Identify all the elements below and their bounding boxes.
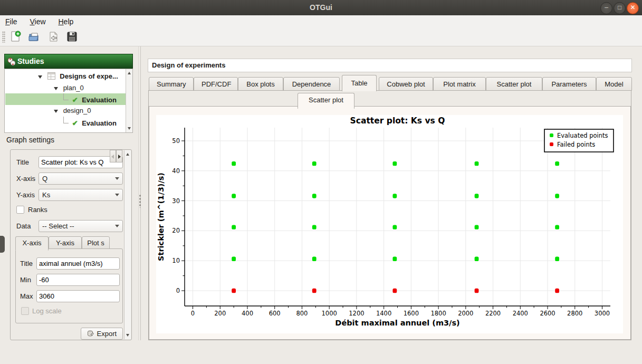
svg-text:2800: 2800: [567, 310, 582, 317]
log-scale-label: Log scale: [32, 305, 62, 317]
tab-scatter-plot[interactable]: Scatter plot: [486, 77, 542, 91]
tree-item-evaluation-design0[interactable]: ✔ Evaluation: [5, 117, 126, 128]
chevron-down-icon: [115, 225, 119, 227]
svg-text:40: 40: [172, 167, 180, 175]
tree-item-evaluation-plan0[interactable]: ✔ Evaluation: [5, 93, 126, 105]
min-input[interactable]: [36, 274, 120, 286]
scroll-up-icon[interactable]: [126, 153, 129, 156]
max-input[interactable]: [36, 290, 120, 302]
toolbar: [0, 28, 642, 46]
tab-pdfcdf[interactable]: PDF/CDF: [194, 77, 238, 91]
graph-settings-title: Graph settings: [6, 136, 54, 144]
axis-title-label: Title: [20, 257, 33, 270]
svg-text:200: 200: [214, 310, 226, 317]
data-selected-value: -- Select --: [42, 222, 74, 230]
tab-boxplots[interactable]: Box plots: [238, 77, 283, 91]
toolbar-grip[interactable]: [2, 31, 5, 43]
tab-cobweb-plot[interactable]: Cobweb plot: [379, 77, 433, 91]
tab-dependence[interactable]: Dependence: [283, 77, 340, 91]
xaxis-select[interactable]: Q: [39, 173, 123, 185]
subtab-scatter-plot[interactable]: Scatter plot: [298, 93, 354, 109]
import-script-icon[interactable]: [46, 30, 60, 44]
tab-parameters[interactable]: Parameters: [542, 77, 596, 91]
log-scale-checkbox: [21, 307, 29, 315]
svg-text:1200: 1200: [349, 310, 364, 317]
tree-scrollbar[interactable]: [126, 69, 132, 132]
scroll-down-icon[interactable]: [128, 127, 131, 130]
tree-connector: [63, 93, 69, 100]
splitter-grip[interactable]: [139, 194, 141, 208]
data-select[interactable]: -- Select --: [39, 220, 123, 232]
menu-help[interactable]: Help: [53, 15, 79, 28]
yaxis-label: Y-axis: [16, 189, 35, 201]
study-tree: Designs of expe... plan_0 ✔ Evaluation d…: [4, 69, 133, 133]
svg-text:2000: 2000: [458, 310, 473, 317]
scroll-up-icon[interactable]: [128, 72, 131, 74]
tree-item-label: plan_0: [63, 84, 84, 92]
green-check-icon: ✔: [72, 119, 78, 127]
close-icon[interactable]: ✕: [627, 2, 639, 14]
svg-text:30: 30: [172, 197, 180, 205]
yaxis-selected-value: Ks: [42, 191, 50, 199]
ranks-checkbox[interactable]: [16, 206, 24, 214]
expander-icon[interactable]: [38, 75, 42, 79]
splitter[interactable]: [138, 46, 141, 340]
svg-text:1000: 1000: [322, 310, 337, 317]
new-document-icon[interactable]: [8, 30, 22, 44]
doe-table-icon: [47, 72, 55, 80]
svg-text:2400: 2400: [513, 310, 528, 317]
svg-text:20: 20: [172, 227, 180, 234]
panel-handle[interactable]: [0, 236, 5, 253]
axis-title-input[interactable]: [36, 257, 120, 270]
svg-text:0: 0: [191, 310, 195, 317]
tree-item-design0[interactable]: design_0: [5, 105, 126, 117]
tree-item-designs[interactable]: Designs of expe...: [5, 71, 126, 82]
expander-icon[interactable]: [54, 110, 58, 113]
yaxis-select[interactable]: Ks: [39, 189, 123, 201]
svg-text:1400: 1400: [376, 310, 391, 317]
graph-settings-panel: Title X-axis Q Y-axis Ks Ranks Data -- S…: [10, 149, 132, 340]
axis-settings-pane: Title Min Max Log scale: [15, 248, 123, 323]
tab-yaxis[interactable]: Y-axis: [49, 236, 82, 249]
scroll-down-icon[interactable]: [126, 334, 129, 337]
settings-scrollbar[interactable]: [124, 150, 131, 339]
page-title: Design of experiments: [148, 59, 632, 72]
svg-text:Scatter plot: Ks vs Q: Scatter plot: Ks vs Q: [350, 116, 445, 126]
xaxis-selected-value: Q: [42, 175, 47, 183]
svg-text:2600: 2600: [540, 310, 555, 317]
svg-text:Débit maximal annuel (m3/s): Débit maximal annuel (m3/s): [335, 319, 459, 327]
svg-text:1800: 1800: [430, 310, 446, 317]
studies-icon: [7, 58, 16, 66]
min-label: Min: [20, 274, 31, 286]
tab-scroll-right-icon[interactable]: [116, 150, 122, 162]
export-button[interactable]: Export: [81, 328, 123, 340]
expander-icon[interactable]: [54, 87, 58, 90]
save-icon[interactable]: [65, 30, 79, 44]
svg-text:10: 10: [172, 257, 180, 264]
svg-text:50: 50: [172, 137, 180, 145]
tab-scroll-left-icon[interactable]: [110, 150, 116, 162]
svg-text:0: 0: [176, 287, 180, 294]
open-folder-icon[interactable]: [27, 30, 41, 44]
menu-view[interactable]: View: [24, 15, 51, 28]
svg-text:Failed points: Failed points: [557, 141, 595, 148]
minimize-icon[interactable]: –: [600, 2, 612, 14]
maximize-icon[interactable]: □: [614, 2, 626, 14]
svg-text:3000: 3000: [595, 310, 610, 317]
tab-model[interactable]: Model: [596, 77, 632, 91]
export-button-label: Export: [97, 330, 117, 338]
tab-plot-style[interactable]: Plot s: [82, 236, 110, 249]
tab-xaxis[interactable]: X-axis: [15, 236, 49, 251]
tree-item-plan0[interactable]: plan_0: [5, 82, 126, 94]
titlebar[interactable]: OTGui – □ ✕: [0, 0, 642, 16]
menu-file[interactable]: File: [0, 15, 23, 28]
tab-plot-matrix[interactable]: Plot matrix: [433, 77, 486, 91]
svg-text:400: 400: [242, 310, 253, 317]
tree-connector: [63, 117, 69, 123]
svg-text:800: 800: [296, 310, 308, 317]
svg-text:600: 600: [269, 310, 281, 317]
menubar: File View Help: [0, 15, 642, 28]
xaxis-label: X-axis: [16, 173, 35, 185]
tab-summary[interactable]: Summary: [149, 77, 194, 91]
tab-table[interactable]: Table: [342, 75, 377, 91]
